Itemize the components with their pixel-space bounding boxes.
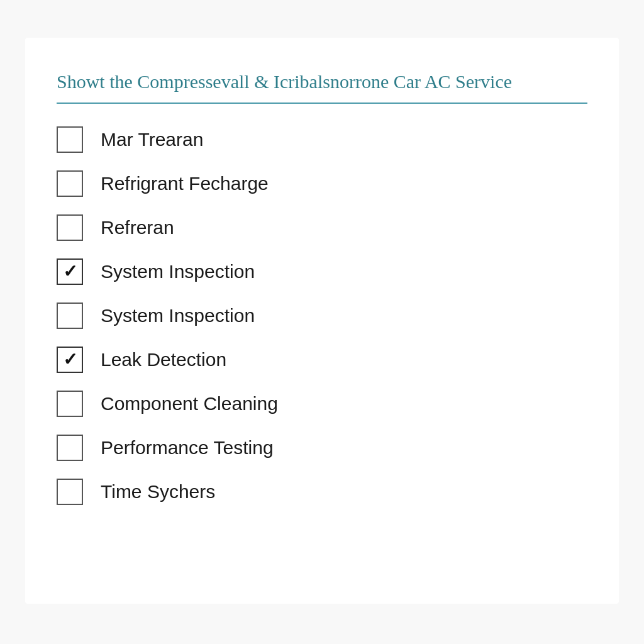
item-label: Refreran [101, 217, 174, 238]
list-item[interactable]: ✓System Inspection [57, 258, 587, 285]
item-label: Mar Trearan [101, 129, 203, 150]
checkbox-unchecked[interactable] [57, 126, 83, 153]
item-label: Time Sychers [101, 481, 215, 502]
list-item[interactable]: System Inspection [57, 303, 587, 329]
list-item[interactable]: Refreran [57, 214, 587, 241]
checklist: Mar TrearanRefrigrant FechargeRefreran✓S… [57, 126, 587, 505]
list-item[interactable]: Refrigrant Fecharge [57, 170, 587, 197]
item-label: System Inspection [101, 305, 255, 326]
checkbox-unchecked[interactable] [57, 479, 83, 505]
list-item[interactable]: Component Cleaning [57, 391, 587, 417]
checkbox-unchecked[interactable] [57, 435, 83, 461]
list-item[interactable]: Mar Trearan [57, 126, 587, 153]
checkbox-checked[interactable]: ✓ [57, 258, 83, 285]
list-item[interactable]: Performance Testing [57, 435, 587, 461]
checkbox-unchecked[interactable] [57, 214, 83, 241]
list-item[interactable]: Time Sychers [57, 479, 587, 505]
checkbox-unchecked[interactable] [57, 391, 83, 417]
item-label: Leak Detection [101, 349, 226, 370]
checkbox-checked[interactable]: ✓ [57, 347, 83, 373]
list-item[interactable]: ✓Leak Detection [57, 347, 587, 373]
title-divider [57, 103, 587, 104]
main-container: Showt the Compressevall & Icribalsnorron… [25, 38, 619, 604]
item-label: System Inspection [101, 261, 255, 282]
checkbox-unchecked[interactable] [57, 303, 83, 329]
checkbox-unchecked[interactable] [57, 170, 83, 197]
item-label: Performance Testing [101, 437, 274, 458]
item-label: Component Cleaning [101, 393, 278, 414]
item-label: Refrigrant Fecharge [101, 173, 269, 194]
checkmark-icon: ✓ [63, 263, 77, 280]
page-title: Showt the Compressevall & Icribalsnorron… [57, 69, 587, 94]
checkmark-icon: ✓ [63, 351, 77, 369]
